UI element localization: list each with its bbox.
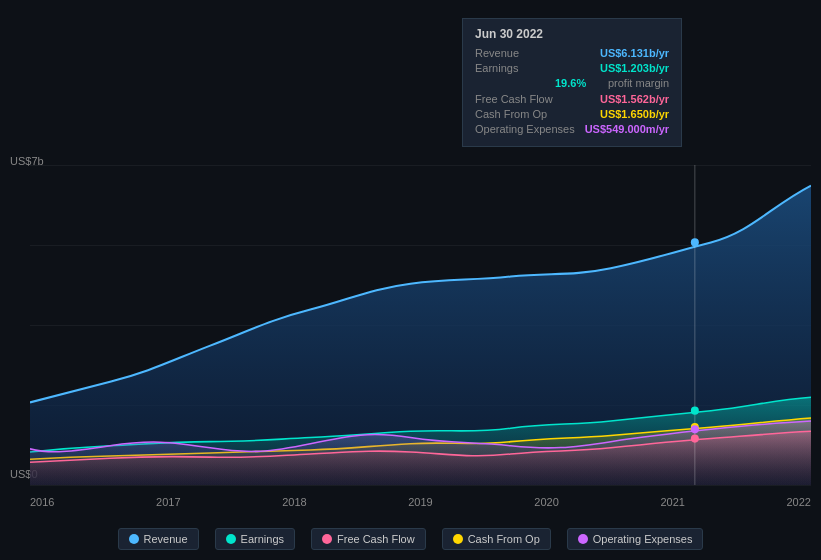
x-label-2018: 2018	[282, 496, 306, 508]
tooltip-cf-value: US$1.650b/yr	[600, 108, 669, 120]
legend-label-earnings: Earnings	[241, 533, 284, 545]
tooltip-opex-value: US$549.000m/yr	[585, 123, 669, 135]
x-axis: 2016 2017 2018 2019 2020 2021 2022	[30, 496, 811, 508]
revenue-dot	[691, 238, 699, 246]
tooltip-cf-row: Cash From Op US$1.650b/yr	[475, 108, 669, 120]
chart-svg	[30, 165, 811, 485]
x-label-2019: 2019	[408, 496, 432, 508]
tooltip-fcf-row: Free Cash Flow US$1.562b/yr	[475, 93, 669, 105]
legend-dot-fcf	[322, 534, 332, 544]
chart-container: US$7b US$0	[0, 0, 821, 560]
tooltip: Jun 30 2022 Revenue US$6.131b/yr Earning…	[462, 18, 682, 147]
tooltip-fcf-value: US$1.562b/yr	[600, 93, 669, 105]
tooltip-earnings-value: US$1.203b/yr	[600, 62, 669, 74]
tooltip-revenue-label: Revenue	[475, 47, 519, 59]
earnings-dot	[691, 407, 699, 415]
tooltip-margin-label: profit margin	[604, 77, 669, 89]
x-label-2016: 2016	[30, 496, 54, 508]
tooltip-revenue-row: Revenue US$6.131b/yr	[475, 47, 669, 59]
legend-label-cash-from-op: Cash From Op	[468, 533, 540, 545]
legend-item-cash-from-op[interactable]: Cash From Op	[442, 528, 551, 550]
x-label-2021: 2021	[660, 496, 684, 508]
x-label-2022: 2022	[786, 496, 810, 508]
fcf-dot	[691, 434, 699, 442]
chart-area	[30, 165, 811, 485]
legend-label-op-expenses: Operating Expenses	[593, 533, 693, 545]
tooltip-date: Jun 30 2022	[475, 27, 669, 41]
tooltip-opex-row: Operating Expenses US$549.000m/yr	[475, 123, 669, 135]
tooltip-margin-row: 19.6% profit margin	[555, 77, 669, 89]
tooltip-fcf-label: Free Cash Flow	[475, 93, 553, 105]
tooltip-cf-label: Cash From Op	[475, 108, 547, 120]
legend-label-fcf: Free Cash Flow	[337, 533, 415, 545]
tooltip-earnings-row: Earnings US$1.203b/yr	[475, 62, 669, 74]
tooltip-earnings-label: Earnings	[475, 62, 518, 74]
legend: Revenue Earnings Free Cash Flow Cash Fro…	[0, 528, 821, 550]
legend-item-revenue[interactable]: Revenue	[118, 528, 199, 550]
legend-item-fcf[interactable]: Free Cash Flow	[311, 528, 426, 550]
legend-dot-op-expenses	[578, 534, 588, 544]
legend-dot-revenue	[129, 534, 139, 544]
legend-dot-cash-from-op	[453, 534, 463, 544]
tooltip-opex-label: Operating Expenses	[475, 123, 575, 135]
x-label-2020: 2020	[534, 496, 558, 508]
legend-dot-earnings	[226, 534, 236, 544]
legend-label-revenue: Revenue	[144, 533, 188, 545]
tooltip-margin-value: 19.6%	[555, 77, 586, 89]
opex-dot	[691, 425, 699, 433]
tooltip-revenue-value: US$6.131b/yr	[600, 47, 669, 59]
x-label-2017: 2017	[156, 496, 180, 508]
legend-item-op-expenses[interactable]: Operating Expenses	[567, 528, 704, 550]
legend-item-earnings[interactable]: Earnings	[215, 528, 295, 550]
